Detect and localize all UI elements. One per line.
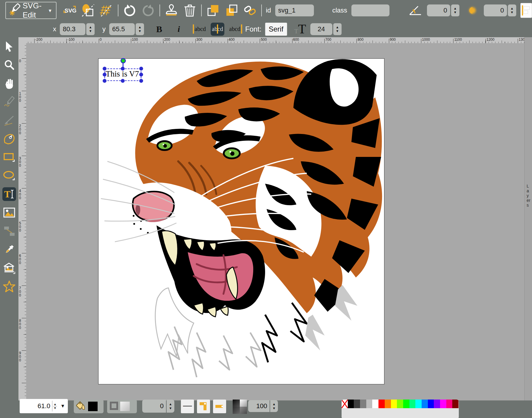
palette-swatch[interactable]	[354, 400, 360, 408]
wireframe-grid-icon[interactable]	[99, 3, 114, 18]
text-anchor-start-button[interactable]: abcd	[193, 23, 207, 36]
linejoin-miter-icon	[198, 401, 209, 411]
fill-color-group[interactable]	[74, 400, 104, 413]
redo-button[interactable]	[141, 3, 155, 18]
opacity-gradient-icon[interactable]	[233, 400, 247, 414]
tool-pencil[interactable]	[2, 95, 16, 109]
tool-path[interactable]	[2, 132, 16, 146]
selection-handle-nw[interactable]	[103, 67, 107, 71]
palette-swatch[interactable]	[378, 400, 385, 408]
text-anchor-middle-button[interactable]: abcd	[211, 23, 224, 36]
palette-swatch[interactable]	[452, 400, 459, 408]
clone-stamp-button[interactable]	[164, 3, 179, 18]
move-to-back-button[interactable]	[224, 3, 239, 18]
selection-handle-n[interactable]	[121, 67, 125, 71]
palette-swatch[interactable]	[446, 400, 453, 408]
x-spinner[interactable]: ▲▼	[86, 23, 95, 35]
x-input[interactable]: 80.3	[60, 23, 85, 35]
palette-swatch[interactable]	[397, 400, 403, 408]
palette-swatch[interactable]	[385, 400, 391, 408]
palette-swatch[interactable]	[422, 400, 428, 408]
ruler-h-label: 900	[390, 38, 396, 42]
y-spinner[interactable]: ▲▼	[136, 23, 144, 35]
font-size-input[interactable]: 24	[310, 23, 332, 35]
y-input[interactable]: 65.5	[109, 23, 135, 35]
palette-swatch[interactable]	[440, 400, 446, 408]
text-anchor-end-button[interactable]: abcd	[228, 23, 242, 36]
tool-image[interactable]	[2, 206, 16, 219]
ruler-v-label: 0	[19, 59, 22, 63]
palette-swatch[interactable]	[372, 400, 378, 408]
selection-handle-ne[interactable]	[139, 67, 143, 71]
tool-rectangle[interactable]	[2, 150, 16, 164]
undo-button[interactable]	[123, 3, 137, 18]
svg-source-button[interactable]: SVG	[62, 3, 77, 18]
ruler-h-label: -100	[68, 38, 75, 42]
document-properties-icon[interactable]	[81, 3, 95, 18]
palette-swatch[interactable]	[366, 400, 373, 408]
palette-swatch[interactable]	[428, 400, 434, 408]
italic-button[interactable]: i	[172, 23, 186, 36]
tool-zoom[interactable]	[2, 58, 16, 72]
bold-button[interactable]: B	[152, 23, 166, 36]
class-input[interactable]	[351, 4, 389, 16]
drawing-canvas[interactable]: This is V7	[98, 58, 384, 384]
tools-panel: T	[0, 37, 18, 400]
tool-select[interactable]	[2, 40, 16, 53]
id-input[interactable]	[275, 4, 314, 16]
zoom-spinner[interactable]: ▲▼	[52, 401, 58, 411]
move-to-front-button[interactable]	[206, 3, 220, 18]
linejoin-button[interactable]	[197, 400, 210, 413]
palette-swatch[interactable]	[434, 400, 440, 408]
stroke-dash-button[interactable]: —	[181, 400, 194, 413]
selection-handle-sw[interactable]	[103, 79, 107, 83]
angle-spinner[interactable]: ▲▼	[451, 4, 459, 16]
selection-handle-s[interactable]	[121, 79, 125, 83]
tool-pan[interactable]	[2, 77, 16, 90]
rotation-handle[interactable]	[121, 58, 126, 63]
selection-handle-e[interactable]	[139, 73, 143, 77]
font-label: Font:	[245, 25, 262, 33]
top-toolbar: SVG-Edit ▼ SVG	[0, 0, 532, 37]
ruler-h-label: 200	[164, 38, 170, 42]
delete-trash-button[interactable]	[183, 3, 197, 18]
linecap-button[interactable]	[213, 400, 226, 413]
stroke-color-swatch[interactable]	[120, 402, 130, 411]
blur-spinner[interactable]: ▲▼	[508, 4, 516, 16]
angle-input[interactable]: 0	[427, 4, 450, 16]
palette-swatch[interactable]	[360, 400, 366, 408]
zoom-value: 61.0	[20, 402, 52, 410]
main-menu-button[interactable]: SVG-Edit ▼	[5, 2, 57, 19]
link-button[interactable]	[243, 3, 257, 18]
layers-panel-collapsed[interactable]: Layers	[524, 37, 532, 400]
palette-swatch[interactable]	[415, 400, 422, 408]
blur-input[interactable]: 0	[484, 4, 507, 16]
opacity-input[interactable]: 100	[248, 400, 270, 412]
selection-handle-se[interactable]	[139, 79, 143, 83]
opacity-spinner[interactable]: ▲▼	[270, 400, 278, 412]
stroke-width-input[interactable]: 0	[142, 400, 166, 413]
font-size-spinner[interactable]: ▲▼	[333, 23, 342, 35]
palette-swatch[interactable]	[409, 400, 416, 408]
tool-line[interactable]	[2, 113, 16, 127]
align-to-page-button[interactable]	[520, 3, 532, 18]
palette-swatch[interactable]	[391, 400, 397, 408]
tool-star[interactable]	[2, 280, 16, 293]
tool-shape-library[interactable]	[2, 261, 16, 275]
palette-swatch[interactable]	[348, 400, 354, 408]
tool-text[interactable]: T	[2, 187, 16, 201]
class-label: class	[332, 7, 347, 14]
tool-eyedropper[interactable]	[2, 243, 16, 256]
palette-swatch[interactable]	[403, 400, 409, 408]
fill-color-swatch[interactable]	[88, 402, 98, 411]
zoom-control[interactable]: 61.0 ▲▼ ▼	[20, 399, 68, 413]
palette-swatch-none[interactable]	[342, 400, 348, 408]
tool-ellipse[interactable]	[2, 169, 16, 183]
zoom-dropdown-icon[interactable]: ▼	[58, 403, 68, 409]
tool-connector[interactable]	[2, 224, 16, 238]
stroke-color-group[interactable]	[107, 400, 137, 413]
ruler-v-label: 100	[19, 92, 22, 102]
selection-handle-w[interactable]	[103, 73, 107, 77]
font-family-button[interactable]: Serif	[265, 23, 287, 36]
stroke-width-spinner[interactable]: ▲▼	[167, 400, 174, 413]
